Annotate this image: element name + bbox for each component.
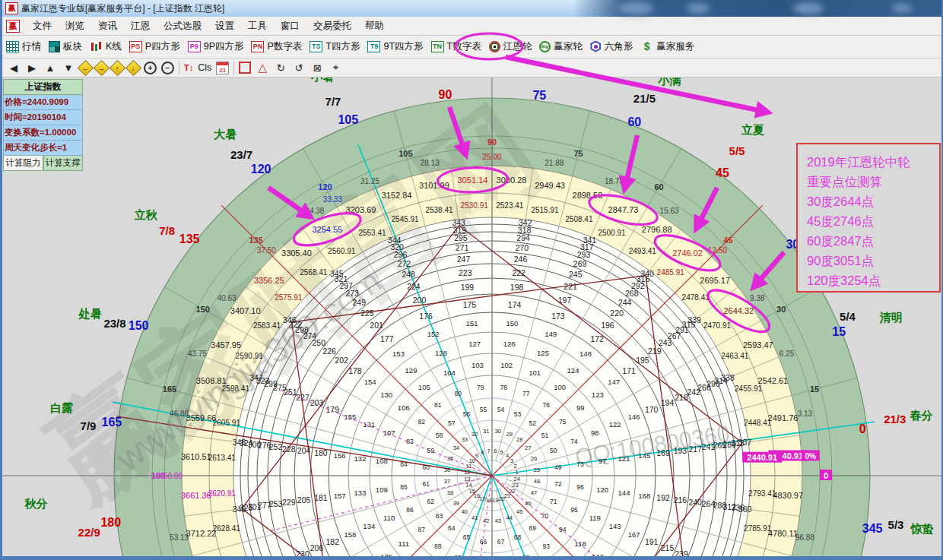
- svg-text:2746.02: 2746.02: [672, 248, 703, 258]
- svg-text:70: 70: [541, 512, 549, 520]
- svg-text:34.38: 34.38: [305, 207, 324, 215]
- menu-item-文件[interactable]: 文件: [26, 18, 59, 33]
- toolbar-separator: [179, 61, 179, 74]
- svg-text:50.00: 50.00: [164, 472, 183, 480]
- svg-text:119: 119: [589, 514, 601, 522]
- menu-item-工具[interactable]: 工具: [241, 18, 274, 33]
- toolbar-button-江恩轮[interactable]: 江恩轮: [485, 38, 536, 55]
- svg-text:9: 9: [475, 452, 478, 459]
- svg-text:105: 105: [398, 149, 412, 158]
- time-scale-icon[interactable]: T↕: [184, 61, 193, 74]
- pan-right-icon[interactable]: →: [94, 59, 110, 75]
- svg-text:192: 192: [656, 493, 670, 502]
- svg-text:153: 153: [392, 350, 405, 358]
- menu-item-窗口[interactable]: 窗口: [274, 18, 306, 33]
- rotate-cw-icon[interactable]: ↻: [274, 61, 287, 74]
- svg-text:165: 165: [102, 416, 122, 429]
- menu-logo-icon: 赢: [6, 20, 20, 33]
- toolbar-button-K线[interactable]: K线: [86, 38, 125, 55]
- svg-text:2545.91: 2545.91: [392, 215, 420, 223]
- pan-up-icon[interactable]: ↑: [110, 59, 125, 75]
- svg-text:340: 340: [640, 269, 654, 278]
- svg-text:54: 54: [497, 406, 505, 413]
- pan-down-icon[interactable]: ↓: [125, 59, 141, 75]
- svg-text:215: 215: [661, 543, 675, 552]
- menu-item-设置[interactable]: 设置: [208, 18, 241, 33]
- toolbar-button-行情[interactable]: 行情: [2, 38, 45, 55]
- toolbar-label: 9P四方形: [204, 40, 244, 53]
- svg-text:26: 26: [531, 455, 537, 462]
- calendar-icon[interactable]: 21: [216, 62, 229, 74]
- svg-text:180: 180: [151, 471, 165, 480]
- svg-text:145: 145: [638, 451, 650, 460]
- svg-text:2478.41: 2478.41: [682, 293, 710, 302]
- svg-text:130: 130: [380, 391, 392, 399]
- svg-text:47: 47: [531, 489, 537, 496]
- quote-panel: 上证指数 价格=2440.9099时间=20190104变换系数=1.00000…: [3, 79, 83, 171]
- svg-text:120: 120: [318, 182, 332, 191]
- svg-text:75: 75: [532, 89, 546, 102]
- svg-text:3457.95: 3457.95: [211, 340, 241, 350]
- svg-text:220: 220: [610, 308, 624, 318]
- delete-box-icon[interactable]: ⊠: [310, 61, 324, 74]
- svg-text:270: 270: [516, 243, 529, 252]
- svg-text:90: 90: [439, 88, 452, 101]
- svg-text:342: 342: [519, 218, 532, 227]
- svg-text:46.88: 46.88: [170, 410, 189, 418]
- zoom-out-icon[interactable]: −: [161, 62, 174, 74]
- toolbar-label: 赢家服务: [656, 40, 694, 53]
- svg-text:7/8: 7/8: [159, 224, 175, 237]
- rotate-ccw-icon[interactable]: ↺: [292, 61, 306, 74]
- svg-text:152: 152: [427, 330, 440, 338]
- menu-item-江恩[interactable]: 江恩: [124, 18, 157, 33]
- svg-text:43: 43: [495, 517, 501, 524]
- menu-item-帮助[interactable]: 帮助: [358, 18, 391, 33]
- svg-text:118: 118: [575, 539, 586, 548]
- rect-tool-icon[interactable]: [239, 62, 251, 74]
- svg-text:168: 168: [638, 492, 650, 500]
- toolbar-button-赢家轮[interactable]: Big赢家轮: [535, 38, 586, 55]
- cls-button[interactable]: Cls: [198, 61, 211, 74]
- toolbar-button-P数字表[interactable]: PNP数字表: [247, 38, 306, 55]
- svg-text:大暑: 大暑: [214, 128, 237, 141]
- calc-resistance-button[interactable]: 计算阻力: [3, 156, 43, 171]
- svg-text:惊蛰: 惊蛰: [910, 522, 934, 535]
- toolbar-button-板块[interactable]: 板块: [45, 38, 86, 55]
- svg-text:69: 69: [529, 524, 537, 532]
- toolbar-button-赢家服务[interactable]: $赢家服务: [637, 38, 698, 55]
- menu-item-浏览[interactable]: 浏览: [59, 18, 91, 33]
- svg-text:101: 101: [529, 369, 541, 377]
- svg-text:221: 221: [564, 282, 577, 291]
- toolbar-button-T四方形[interactable]: TST四方形: [306, 38, 364, 55]
- nav-up-icon[interactable]: ▲: [43, 61, 57, 74]
- center-icon[interactable]: ⌖: [329, 61, 342, 74]
- menu-item-交易委托[interactable]: 交易委托: [306, 18, 358, 33]
- nav-down-icon[interactable]: ▼: [62, 61, 75, 74]
- toolbar-button-9T四方形[interactable]: T99T四方形: [364, 38, 427, 55]
- svg-text:120: 120: [251, 163, 271, 176]
- toolbar-button-六角形[interactable]: 六角形: [586, 38, 637, 55]
- svg-text:271: 271: [456, 243, 469, 252]
- triangle-tool-icon[interactable]: △: [256, 61, 269, 74]
- nav-next-icon[interactable]: ▶: [25, 61, 39, 74]
- zoom-in-icon[interactable]: +: [144, 62, 157, 74]
- quote-row-0: 价格=2440.9099: [3, 95, 83, 110]
- svg-text:293: 293: [577, 250, 591, 259]
- toolbar-button-9P四方形[interactable]: P99P四方形: [184, 38, 248, 55]
- menu-item-资讯[interactable]: 资讯: [91, 18, 124, 33]
- toolbar-label: P四方形: [145, 40, 180, 53]
- toolbar-button-T数字表[interactable]: TNT数字表: [427, 38, 485, 55]
- svg-text:3305.40: 3305.40: [281, 248, 312, 258]
- calc-support-button[interactable]: 计算支撑: [43, 156, 84, 171]
- pan-left-icon[interactable]: ←: [78, 59, 94, 75]
- svg-text:219: 219: [648, 346, 662, 356]
- svg-text:0: 0: [859, 422, 866, 435]
- p-square-icon: PS: [129, 41, 142, 52]
- svg-text:150: 150: [196, 305, 210, 314]
- nav-prev-icon[interactable]: ◀: [7, 61, 21, 74]
- menu-item-公式选股[interactable]: 公式选股: [157, 18, 208, 33]
- toolbar-button-P四方形[interactable]: PSP四方形: [125, 38, 184, 55]
- svg-text:83: 83: [406, 438, 414, 445]
- svg-text:48: 48: [534, 478, 540, 485]
- annotation-line: 45度2746点: [807, 211, 939, 231]
